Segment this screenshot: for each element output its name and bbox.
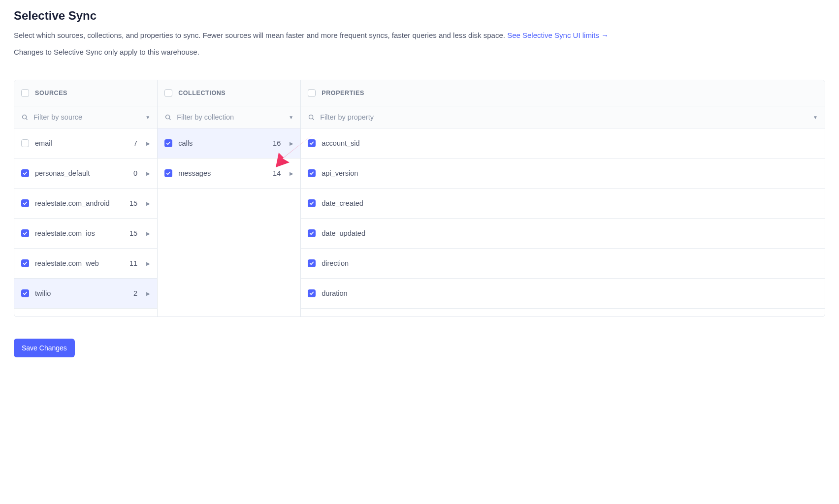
row-name: messages — [178, 169, 267, 177]
checkbox-icon[interactable] — [308, 139, 316, 147]
sources-column: SOURCES ▼ email7▶personas_default0▶reale… — [14, 80, 158, 316]
collections-filter-input[interactable] — [177, 113, 284, 121]
search-icon — [21, 114, 29, 121]
properties-column: PROPERTIES ▼ account_sidapi_versiondate_… — [301, 80, 825, 316]
row-count: 15 — [129, 199, 137, 207]
row-name: email — [35, 139, 128, 147]
source-row[interactable]: realestate.com_web11▶ — [14, 249, 157, 279]
checkbox-icon[interactable] — [164, 169, 172, 177]
checkbox-icon[interactable] — [164, 139, 172, 147]
source-row[interactable]: realestate.com_ios15▶ — [14, 219, 157, 249]
property-row[interactable]: api_version — [301, 158, 825, 189]
properties-header-label: PROPERTIES — [322, 90, 364, 96]
sources-header: SOURCES — [14, 80, 157, 106]
caret-down-icon[interactable]: ▼ — [289, 115, 293, 120]
row-name: personas_default — [35, 169, 128, 177]
row-count: 14 — [273, 169, 281, 177]
svg-line-5 — [313, 118, 314, 120]
properties-select-all-checkbox[interactable] — [308, 89, 316, 97]
sources-header-label: SOURCES — [35, 90, 67, 96]
row-count: 0 — [133, 169, 137, 177]
row-count: 7 — [133, 139, 137, 147]
row-name: duration — [322, 289, 818, 297]
save-changes-button[interactable]: Save Changes — [14, 339, 75, 357]
svg-line-3 — [169, 118, 171, 120]
collections-column: COLLECTIONS ▼ calls16▶messages14▶ — [158, 80, 301, 316]
collection-row[interactable]: messages14▶ — [158, 158, 300, 189]
checkbox-icon[interactable] — [21, 289, 29, 297]
sources-select-all-checkbox[interactable] — [21, 89, 29, 97]
row-count: 11 — [129, 259, 137, 267]
collections-header: COLLECTIONS — [158, 80, 300, 106]
chevron-right-icon: ▶ — [290, 171, 293, 176]
checkbox-icon[interactable] — [21, 139, 29, 147]
row-name: calls — [178, 139, 267, 147]
property-row[interactable]: date_updated — [301, 219, 825, 249]
source-row[interactable]: personas_default0▶ — [14, 158, 157, 189]
source-row[interactable]: email7▶ — [14, 128, 157, 158]
row-name: twilio — [35, 289, 128, 297]
caret-down-icon[interactable]: ▼ — [145, 115, 150, 120]
checkbox-icon[interactable] — [21, 169, 29, 177]
row-count: 2 — [133, 289, 137, 297]
svg-line-1 — [26, 118, 28, 120]
source-row[interactable]: twilio2▶ — [14, 279, 157, 309]
property-row[interactable]: direction — [301, 249, 825, 279]
page-description: Select which sources, collections, and p… — [14, 30, 825, 41]
selective-sync-panel: SOURCES ▼ email7▶personas_default0▶reale… — [14, 80, 825, 317]
svg-point-2 — [166, 115, 170, 119]
chevron-right-icon: ▶ — [146, 231, 150, 236]
checkbox-icon[interactable] — [308, 259, 316, 267]
source-row[interactable]: realestate.com_android15▶ — [14, 189, 157, 219]
row-name: date_created — [322, 199, 818, 207]
svg-point-0 — [23, 115, 27, 119]
search-icon — [308, 114, 315, 121]
row-name: realestate.com_android — [35, 199, 124, 207]
collections-header-label: COLLECTIONS — [178, 90, 226, 96]
row-count: 15 — [129, 229, 137, 237]
properties-header: PROPERTIES — [301, 80, 825, 106]
caret-down-icon[interactable]: ▼ — [813, 115, 818, 120]
property-row[interactable]: date_created — [301, 189, 825, 219]
chevron-right-icon: ▶ — [146, 291, 150, 296]
chevron-right-icon: ▶ — [146, 171, 150, 176]
checkbox-icon[interactable] — [308, 229, 316, 237]
checkbox-icon[interactable] — [308, 289, 316, 297]
selective-sync-limits-link[interactable]: See Selective Sync UI limits → — [507, 31, 609, 39]
properties-filter[interactable]: ▼ — [301, 106, 825, 128]
sources-filter[interactable]: ▼ — [14, 106, 157, 128]
row-count: 16 — [273, 139, 281, 147]
checkbox-icon[interactable] — [308, 199, 316, 207]
row-name: date_updated — [322, 229, 818, 237]
collection-row[interactable]: calls16▶ — [158, 128, 300, 158]
properties-filter-input[interactable] — [320, 113, 808, 121]
sources-filter-input[interactable] — [33, 113, 140, 121]
row-name: realestate.com_ios — [35, 229, 124, 237]
chevron-right-icon: ▶ — [146, 201, 150, 206]
page-title: Selective Sync — [14, 9, 825, 23]
svg-point-4 — [309, 115, 313, 119]
collections-select-all-checkbox[interactable] — [164, 89, 172, 97]
search-icon — [164, 114, 172, 121]
page-description-2: Changes to Selective Sync only apply to … — [14, 46, 825, 58]
checkbox-icon[interactable] — [308, 169, 316, 177]
checkbox-icon[interactable] — [21, 199, 29, 207]
row-name: api_version — [322, 169, 818, 177]
row-name: realestate.com_web — [35, 259, 124, 267]
row-name: account_sid — [322, 139, 818, 147]
checkbox-icon[interactable] — [21, 259, 29, 267]
chevron-right-icon: ▶ — [146, 141, 150, 146]
chevron-right-icon: ▶ — [146, 261, 150, 266]
checkbox-icon[interactable] — [21, 229, 29, 237]
property-row[interactable]: account_sid — [301, 128, 825, 158]
chevron-right-icon: ▶ — [290, 141, 293, 146]
property-row[interactable]: duration — [301, 279, 825, 309]
collections-filter[interactable]: ▼ — [158, 106, 300, 128]
row-name: direction — [322, 259, 818, 267]
arrow-right-icon: → — [601, 31, 609, 39]
